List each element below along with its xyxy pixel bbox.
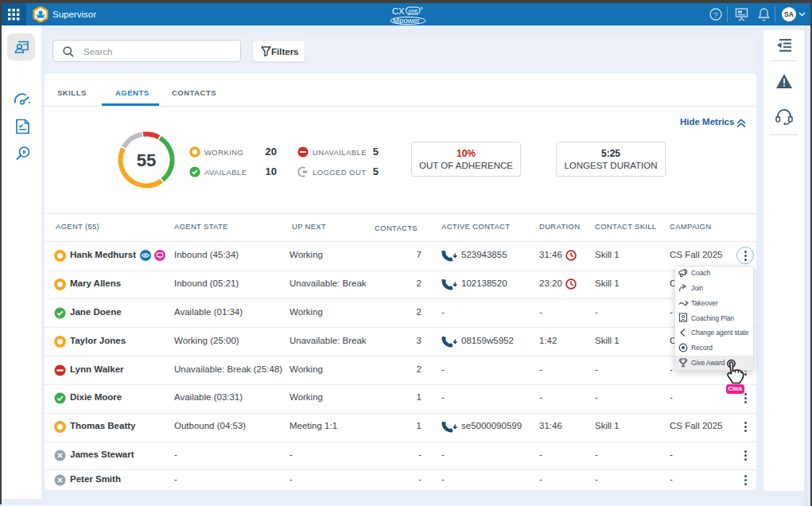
svg-text:Mpower: Mpower [393,16,420,25]
svg-text:?: ? [713,10,717,19]
svg-text:55: 55 [137,150,156,170]
svg-text:one: one [409,8,418,14]
svg-text:CX: CX [392,6,405,16]
